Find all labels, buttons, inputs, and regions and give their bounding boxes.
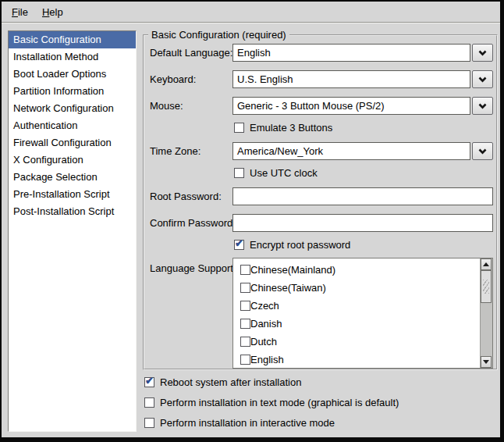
sidebar-item-basic-configuration[interactable]: Basic Configuration bbox=[9, 31, 136, 48]
keyboard-label: Keyboard: bbox=[150, 73, 196, 85]
checkbox-icon bbox=[144, 397, 154, 408]
default-language-combobox[interactable]: English bbox=[232, 44, 493, 62]
language-option-czech[interactable]: Czech bbox=[233, 297, 480, 315]
sidebar-item-installation-method[interactable]: Installation Method bbox=[9, 48, 136, 66]
use-utc-clock-checkbox[interactable]: Use UTC clock bbox=[234, 166, 318, 179]
default-language-dropdown-button[interactable] bbox=[472, 44, 493, 62]
checkbox-icon bbox=[240, 355, 250, 365]
root-password-label: Root Password: bbox=[150, 191, 222, 202]
menu-help[interactable]: Help bbox=[35, 3, 70, 21]
reboot-after-install-label: Reboot system after installation bbox=[160, 376, 301, 388]
time-zone-combobox[interactable]: America/New_York bbox=[232, 142, 493, 160]
sidebar-item-pre-installation-script[interactable]: Pre-Installation Script bbox=[9, 186, 136, 203]
checkbox-icon bbox=[234, 240, 244, 250]
menu-bar: File Help bbox=[2, 2, 500, 23]
sidebar-item-authentication[interactable]: Authentication bbox=[9, 117, 136, 134]
root-password-input[interactable] bbox=[232, 187, 493, 205]
chevron-down-icon bbox=[478, 148, 487, 155]
language-option-label: Chinese(Mainland) bbox=[250, 264, 335, 276]
sidebar-item-partition-information[interactable]: Partition Information bbox=[9, 83, 136, 100]
mouse-value: Generic - 3 Button Mouse (PS/2) bbox=[232, 97, 470, 115]
menu-file[interactable]: File bbox=[5, 3, 35, 21]
chevron-down-icon bbox=[478, 50, 487, 56]
reboot-after-install-checkbox[interactable]: Reboot system after installation bbox=[144, 376, 301, 388]
language-option-chinese-mainland[interactable]: Chinese(Mainland) bbox=[233, 261, 480, 279]
chevron-down-icon bbox=[478, 103, 487, 109]
keyboard-dropdown-button[interactable] bbox=[472, 70, 493, 88]
checkbox-icon bbox=[234, 168, 244, 178]
sidebar-item-post-installation-script[interactable]: Post-Installation Script bbox=[9, 203, 136, 220]
frame-title: Basic Configuration (required) bbox=[148, 29, 289, 41]
use-utc-clock-label: Use UTC clock bbox=[250, 167, 318, 179]
checkbox-icon bbox=[240, 265, 250, 275]
emulate-3-buttons-checkbox[interactable]: Emulate 3 Buttons bbox=[234, 121, 332, 134]
language-option-label: Czech bbox=[250, 300, 279, 312]
interactive-mode-install-checkbox[interactable]: Perform installation in interactive mode bbox=[144, 416, 335, 429]
root-password-fieldpos bbox=[232, 187, 493, 205]
sidebar-item-package-selection[interactable]: Package Selection bbox=[9, 169, 136, 186]
scroll-down-icon bbox=[483, 360, 489, 364]
language-support-rows: Chinese(Mainland) Chinese(Taiwan) Czech … bbox=[233, 258, 480, 368]
sidebar-item-network-configuration[interactable]: Network Configuration bbox=[9, 100, 136, 117]
sidebar-item-firewall-configuration[interactable]: Firewall Configuration bbox=[9, 134, 136, 151]
checkbox-icon bbox=[240, 283, 250, 293]
language-option-label: Danish bbox=[250, 318, 282, 330]
mouse-label: Mouse: bbox=[150, 100, 183, 112]
default-language-label: Default Language: bbox=[150, 47, 232, 59]
scroll-up-button[interactable] bbox=[481, 258, 492, 270]
language-option-chinese-taiwan[interactable]: Chinese(Taiwan) bbox=[233, 279, 480, 297]
keyboard-value: U.S. English bbox=[232, 70, 470, 88]
sidebar-item-boot-loader-options[interactable]: Boot Loader Options bbox=[9, 66, 136, 83]
default-language-value: English bbox=[232, 44, 470, 62]
confirm-password-fieldpos bbox=[232, 214, 493, 232]
language-option-label: Dutch bbox=[250, 336, 277, 348]
category-list: Basic Configuration Installation Method … bbox=[8, 30, 137, 432]
language-option-danish[interactable]: Danish bbox=[233, 315, 480, 333]
checkbox-icon bbox=[240, 301, 250, 311]
application-window: File Help Basic Configuration Installati… bbox=[0, 0, 504, 442]
checkbox-icon bbox=[144, 418, 154, 428]
language-option-label: English bbox=[250, 354, 284, 365]
interactive-mode-install-label: Perform installation in interactive mode bbox=[160, 417, 335, 429]
keyboard-combobox[interactable]: U.S. English bbox=[232, 70, 493, 88]
language-option-dutch[interactable]: Dutch bbox=[233, 333, 480, 351]
mouse-dropdown-button[interactable] bbox=[472, 97, 493, 115]
confirm-password-label: Confirm Password: bbox=[150, 217, 236, 229]
encrypt-root-password-checkbox[interactable]: Encrypt root password bbox=[234, 238, 350, 251]
checkbox-icon bbox=[234, 123, 244, 133]
time-zone-label: Time Zone: bbox=[150, 145, 201, 157]
window-body: File Help Basic Configuration Installati… bbox=[2, 2, 500, 437]
confirm-password-input[interactable] bbox=[232, 214, 493, 232]
text-mode-install-checkbox[interactable]: Perform installation in text mode (graph… bbox=[144, 396, 399, 408]
scrollbar[interactable] bbox=[480, 258, 492, 368]
time-zone-dropdown-button[interactable] bbox=[472, 142, 493, 160]
scrollbar-grip-icon bbox=[483, 280, 489, 294]
checkbox-icon bbox=[240, 337, 250, 347]
language-support-list: Chinese(Mainland) Chinese(Taiwan) Czech … bbox=[232, 258, 493, 369]
basic-configuration-frame: Basic Configuration (required) Default L… bbox=[143, 34, 498, 370]
language-option-english[interactable]: English bbox=[233, 351, 480, 368]
scroll-up-icon bbox=[483, 262, 489, 266]
mouse-combobox[interactable]: Generic - 3 Button Mouse (PS/2) bbox=[232, 97, 493, 115]
time-zone-value: America/New_York bbox=[232, 142, 470, 160]
language-support-label: Language Support: bbox=[150, 262, 236, 274]
scroll-down-button[interactable] bbox=[481, 356, 492, 368]
checkbox-icon bbox=[144, 377, 154, 387]
scrollbar-thumb[interactable] bbox=[481, 270, 492, 303]
checkbox-icon bbox=[240, 319, 250, 329]
chevron-down-icon bbox=[478, 77, 487, 83]
sidebar-item-x-configuration[interactable]: X Configuration bbox=[9, 151, 136, 169]
emulate-3-buttons-label: Emulate 3 Buttons bbox=[250, 122, 332, 134]
language-option-label: Chinese(Taiwan) bbox=[250, 282, 326, 294]
encrypt-root-password-label: Encrypt root password bbox=[250, 239, 350, 251]
text-mode-install-label: Perform installation in text mode (graph… bbox=[160, 397, 399, 408]
